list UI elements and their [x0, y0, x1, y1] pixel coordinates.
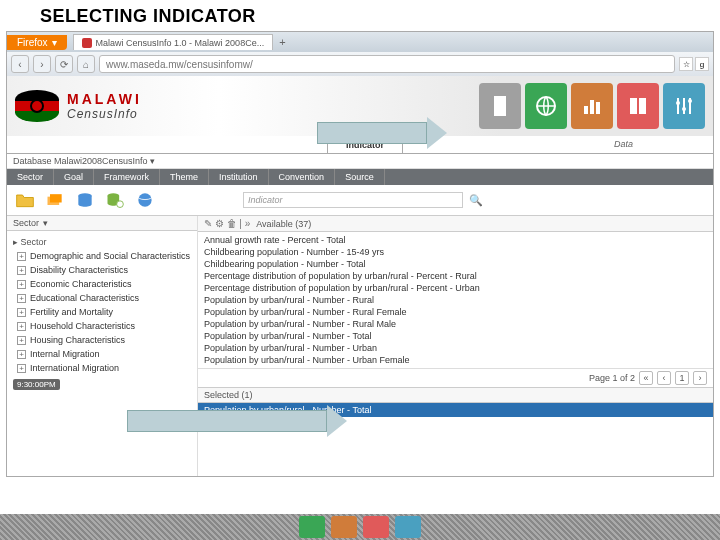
tree-root-label: Sector	[21, 237, 47, 247]
dimension-bar: Sector Goal Framework Theme Institution …	[7, 169, 713, 185]
list-item[interactable]: Population by urban/rural - Number - Tot…	[204, 330, 707, 342]
tree-label: Housing Characteristics	[30, 335, 125, 345]
database-icon[interactable]	[73, 189, 97, 211]
expand-icon[interactable]: +	[17, 336, 26, 345]
firefox-label: Firefox	[17, 37, 48, 48]
tree-item[interactable]: +Economic Characteristics	[13, 277, 191, 291]
browser-window: Firefox▾ Malawi CensusInfo 1.0 - Malawi …	[6, 31, 714, 477]
nav-toolbar: ‹ › ⟳ ⌂ www.maseda.mw/censusinfomw/ ☆ g	[7, 52, 713, 76]
list-item[interactable]: Population by urban/rural - Number - Rur…	[204, 306, 707, 318]
tree-label: Economic Characteristics	[30, 279, 132, 289]
expand-icon[interactable]: +	[17, 350, 26, 359]
expand-icon[interactable]: +	[17, 252, 26, 261]
sector-header-label: Sector	[13, 218, 39, 228]
list-item[interactable]: Population by urban/rural - Number - Rur…	[204, 318, 707, 330]
footer-tile-globe-icon	[299, 516, 325, 538]
tile-sliders-icon[interactable]	[663, 83, 705, 129]
tree-item[interactable]: +Household Characteristics	[13, 319, 191, 333]
dim-goal[interactable]: Goal	[54, 169, 94, 185]
add-db-icon[interactable]	[103, 189, 127, 211]
pager-first[interactable]: «	[639, 371, 653, 385]
address-bar[interactable]: www.maseda.mw/censusinfomw/	[99, 55, 675, 73]
tree-item[interactable]: +International Migration	[13, 361, 191, 375]
tree-item[interactable]: +Demographic and Social Characteristics	[13, 249, 191, 263]
brand-line1: MALAWI	[67, 91, 142, 107]
slide-title: SELECTING INDICATOR	[0, 0, 720, 31]
tile-book-icon[interactable]	[617, 83, 659, 129]
sector-panel: Sector ▾ ▸ Sector +Demographic and Socia…	[7, 216, 197, 476]
footer-tile-book-icon	[363, 516, 389, 538]
tree-label: International Migration	[30, 363, 119, 373]
dim-convention[interactable]: Convention	[269, 169, 336, 185]
expand-icon[interactable]: +	[17, 266, 26, 275]
pager-prev[interactable]: ‹	[657, 371, 671, 385]
expand-icon[interactable]: +	[17, 364, 26, 373]
list-item[interactable]: Population by urban/rural - Number - Rur…	[204, 294, 707, 306]
available-label: Available (37)	[256, 219, 311, 229]
layers-icon[interactable]	[43, 189, 67, 211]
dim-theme[interactable]: Theme	[160, 169, 209, 185]
pager-next[interactable]: ›	[693, 371, 707, 385]
new-tab-button[interactable]: +	[273, 36, 291, 48]
app-tiles	[479, 83, 705, 129]
tile-chart-icon[interactable]	[571, 83, 613, 129]
dim-institution[interactable]: Institution	[209, 169, 269, 185]
tree-item[interactable]: +Housing Characteristics	[13, 333, 191, 347]
malawi-flag-icon	[15, 90, 59, 122]
pager-current: 1	[675, 371, 689, 385]
list-item[interactable]: Annual growth rate - Percent - Total	[204, 234, 707, 246]
footer-tile-chart-icon	[331, 516, 357, 538]
firefox-menu-button[interactable]: Firefox▾	[7, 35, 67, 50]
expand-icon[interactable]: +	[17, 322, 26, 331]
toolbar: Indicator 🔍	[7, 185, 713, 216]
expand-icon[interactable]: +	[17, 308, 26, 317]
google-ext-icon[interactable]: g	[695, 57, 709, 71]
available-list: Annual growth rate - Percent - Total Chi…	[198, 232, 713, 368]
ext-icon[interactable]: ☆	[679, 57, 693, 71]
back-button[interactable]: ‹	[11, 55, 29, 73]
pager: Page 1 of 2 « ‹ 1 ›	[198, 368, 713, 387]
expand-icon[interactable]: +	[17, 294, 26, 303]
globe-icon[interactable]	[133, 189, 157, 211]
list-item[interactable]: Population by urban/rural - Number - Urb…	[204, 342, 707, 354]
sector-dropdown-icon[interactable]: ▾	[43, 218, 48, 228]
tree-label: Educational Characteristics	[30, 293, 139, 303]
tab-strip: Firefox▾ Malawi CensusInfo 1.0 - Malawi …	[7, 32, 713, 52]
tree-item[interactable]: +Disability Characteristics	[13, 263, 191, 277]
slide-footer	[0, 514, 720, 540]
dim-source[interactable]: Source	[335, 169, 385, 185]
list-item[interactable]: Childbearing population - Number - Total	[204, 258, 707, 270]
database-row: Database Malawi2008CensusInfo ▾	[7, 154, 713, 169]
tree-item[interactable]: +Fertility and Mortality	[13, 305, 191, 319]
svg-point-6	[117, 201, 124, 208]
dim-sector[interactable]: Sector	[7, 169, 54, 185]
indicator-panel: ✎ ⚙ 🗑 | » Available (37) Annual growth r…	[197, 216, 713, 476]
dim-framework[interactable]: Framework	[94, 169, 160, 185]
folder-icon[interactable]	[13, 189, 37, 211]
forward-button[interactable]: ›	[33, 55, 51, 73]
tile-globe-icon[interactable]	[525, 83, 567, 129]
reload-button[interactable]: ⟳	[55, 55, 73, 73]
callout-arrow-top	[317, 122, 447, 144]
footer-tile-sliders-icon	[395, 516, 421, 538]
list-item[interactable]: Childbearing population - Number - 15-49…	[204, 246, 707, 258]
tree-root[interactable]: ▸ Sector	[13, 235, 191, 249]
list-item[interactable]: Population by urban/rural - Number - Urb…	[204, 354, 707, 366]
database-dropdown[interactable]: Malawi2008CensusInfo ▾	[54, 156, 155, 166]
tree-item[interactable]: +Educational Characteristics	[13, 291, 191, 305]
brand-line2: CensusInfo	[67, 107, 142, 121]
tile-phone-icon[interactable]	[479, 83, 521, 129]
tree-label: Disability Characteristics	[30, 265, 128, 275]
toolbar-icons[interactable]: ✎ ⚙ 🗑 | »	[204, 218, 250, 229]
browser-tab[interactable]: Malawi CensusInfo 1.0 - Malawi 2008Ce...	[73, 34, 274, 50]
expand-icon[interactable]: +	[17, 280, 26, 289]
list-item[interactable]: Percentage distribution of population by…	[204, 270, 707, 282]
brand: MALAWI CensusInfo	[67, 91, 142, 121]
home-button[interactable]: ⌂	[77, 55, 95, 73]
tree-label: Household Characteristics	[30, 321, 135, 331]
tree-item[interactable]: +Internal Migration	[13, 347, 191, 361]
tab-data[interactable]: Data	[596, 136, 713, 153]
list-item[interactable]: Percentage distribution of population by…	[204, 282, 707, 294]
indicator-search[interactable]: Indicator	[243, 192, 463, 208]
search-icon[interactable]: 🔍	[469, 194, 483, 207]
